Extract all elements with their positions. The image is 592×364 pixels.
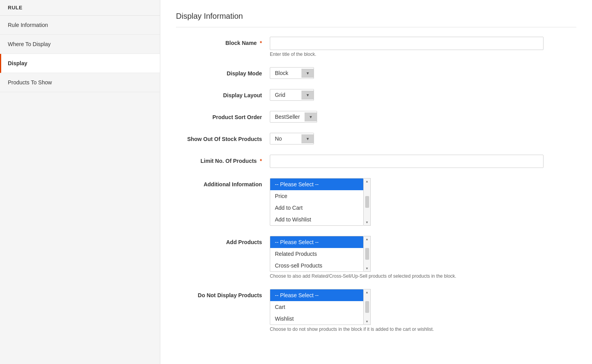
- add-products-listbox-container: -- Please Select -- Related Products Cro…: [270, 236, 576, 272]
- list-item[interactable]: Related Products: [270, 248, 363, 260]
- display-layout-row: Display Layout Grid: [176, 89, 576, 101]
- page-title: Display Information: [176, 12, 576, 27]
- scroll-down-icon[interactable]: ▼: [366, 221, 369, 224]
- display-layout-value: Grid: [270, 89, 301, 100]
- sidebar-title: RULE: [0, 0, 160, 16]
- limit-products-label: Limit No. Of Products *: [176, 155, 270, 164]
- scroll-down-icon[interactable]: ▼: [366, 267, 369, 270]
- do-not-display-products-label: Do Not Display Products: [176, 289, 270, 298]
- product-sort-order-select[interactable]: BestSeller: [270, 111, 317, 123]
- display-mode-label: Display Mode: [176, 67, 270, 77]
- limit-products-row: Limit No. Of Products *: [176, 155, 576, 168]
- do-not-display-listbox[interactable]: -- Please Select -- Cart Wishlist: [270, 289, 364, 325]
- additional-information-listbox-container: -- Please Select -- Price Add to Cart Ad…: [270, 178, 576, 226]
- add-products-field: -- Please Select -- Related Products Cro…: [270, 236, 576, 279]
- scroll-up-icon[interactable]: ▲: [366, 291, 369, 294]
- show-out-of-stock-field: No: [270, 133, 576, 145]
- list-item[interactable]: Cart: [270, 301, 363, 313]
- display-mode-row: Display Mode Block: [176, 67, 576, 79]
- additional-information-label: Additional Information: [176, 178, 270, 187]
- product-sort-order-label: Product Sort Order: [176, 111, 270, 120]
- show-out-of-stock-value: No: [270, 133, 301, 144]
- scroll-down-icon[interactable]: ▼: [366, 320, 369, 323]
- product-sort-order-row: Product Sort Order BestSeller: [176, 111, 576, 123]
- add-products-hint: Choose to also add Related/Cross-Sell/Up…: [270, 273, 576, 279]
- display-mode-arrow[interactable]: [301, 69, 314, 78]
- display-layout-label: Display Layout: [176, 89, 270, 98]
- scroll-up-icon[interactable]: ▲: [366, 237, 369, 241]
- required-indicator: *: [260, 158, 262, 164]
- do-not-display-hint: Choose to do not show products in the bl…: [270, 327, 576, 332]
- display-layout-select[interactable]: Grid: [270, 89, 314, 101]
- listbox-scrollbar: ▲ ▼: [364, 289, 371, 325]
- show-out-of-stock-arrow[interactable]: [301, 134, 314, 143]
- sidebar-item-display[interactable]: Display: [0, 54, 160, 73]
- listbox-scrollbar: ▲ ▼: [364, 236, 371, 272]
- list-item[interactable]: -- Please Select --: [270, 178, 363, 190]
- required-indicator: *: [260, 40, 262, 46]
- list-item[interactable]: -- Please Select --: [270, 289, 363, 301]
- list-item[interactable]: -- Please Select --: [270, 236, 363, 248]
- display-layout-arrow[interactable]: [301, 91, 314, 100]
- product-sort-order-arrow[interactable]: [305, 112, 317, 121]
- additional-information-field: -- Please Select -- Price Add to Cart Ad…: [270, 178, 576, 226]
- add-products-label: Add Products: [176, 236, 270, 245]
- show-out-of-stock-select[interactable]: No: [270, 133, 314, 145]
- block-name-label: Block Name *: [176, 37, 270, 46]
- display-mode-field: Block: [270, 67, 576, 79]
- list-item[interactable]: Add to Cart: [270, 202, 363, 214]
- do-not-display-products-field: -- Please Select -- Cart Wishlist ▲ ▼ Ch…: [270, 289, 576, 332]
- additional-information-row: Additional Information -- Please Select …: [176, 178, 576, 226]
- add-products-listbox[interactable]: -- Please Select -- Related Products Cro…: [270, 236, 364, 272]
- additional-information-listbox[interactable]: -- Please Select -- Price Add to Cart Ad…: [270, 178, 364, 226]
- scroll-thumb: [365, 248, 369, 260]
- sidebar-item-label: Display: [8, 60, 27, 66]
- block-name-input[interactable]: [270, 37, 544, 50]
- sidebar-item-where-to-display[interactable]: Where To Display: [0, 35, 160, 54]
- display-mode-value: Block: [270, 68, 301, 79]
- show-out-of-stock-row: Show Out Of Stock Products No: [176, 133, 576, 145]
- sidebar-item-products-to-show[interactable]: Products To Show: [0, 73, 160, 92]
- listbox-scrollbar: ▲ ▼: [364, 178, 371, 226]
- product-sort-order-field: BestSeller: [270, 111, 576, 123]
- limit-products-field: [270, 155, 576, 168]
- sidebar-item-rule-information[interactable]: Rule Information: [0, 16, 160, 35]
- sidebar: RULE Rule Information Where To Display D…: [0, 0, 160, 364]
- do-not-display-products-row: Do Not Display Products -- Please Select…: [176, 289, 576, 332]
- display-layout-field: Grid: [270, 89, 576, 101]
- scroll-thumb: [365, 301, 369, 313]
- block-name-field: Enter title of the block.: [270, 37, 576, 57]
- show-out-of-stock-label: Show Out Of Stock Products: [176, 133, 270, 142]
- list-item[interactable]: Wishlist: [270, 313, 363, 325]
- product-sort-order-value: BestSeller: [270, 111, 305, 122]
- add-products-row: Add Products -- Please Select -- Related…: [176, 236, 576, 279]
- sidebar-item-label: Where To Display: [8, 41, 50, 47]
- block-name-row: Block Name * Enter title of the block.: [176, 37, 576, 57]
- list-item[interactable]: Add to Wishlist: [270, 214, 363, 225]
- scroll-up-icon[interactable]: ▲: [366, 180, 369, 183]
- display-mode-select[interactable]: Block: [270, 67, 314, 79]
- limit-products-input[interactable]: [270, 155, 544, 168]
- list-item[interactable]: Cross-sell Products: [270, 260, 363, 271]
- list-item[interactable]: Price: [270, 190, 363, 202]
- block-name-hint: Enter title of the block.: [270, 52, 576, 57]
- scroll-thumb: [365, 196, 369, 208]
- main-content: Display Information Block Name * Enter t…: [160, 0, 592, 364]
- sidebar-item-label: Products To Show: [8, 79, 52, 86]
- sidebar-item-label: Rule Information: [8, 22, 48, 28]
- do-not-display-listbox-container: -- Please Select -- Cart Wishlist ▲ ▼: [270, 289, 576, 325]
